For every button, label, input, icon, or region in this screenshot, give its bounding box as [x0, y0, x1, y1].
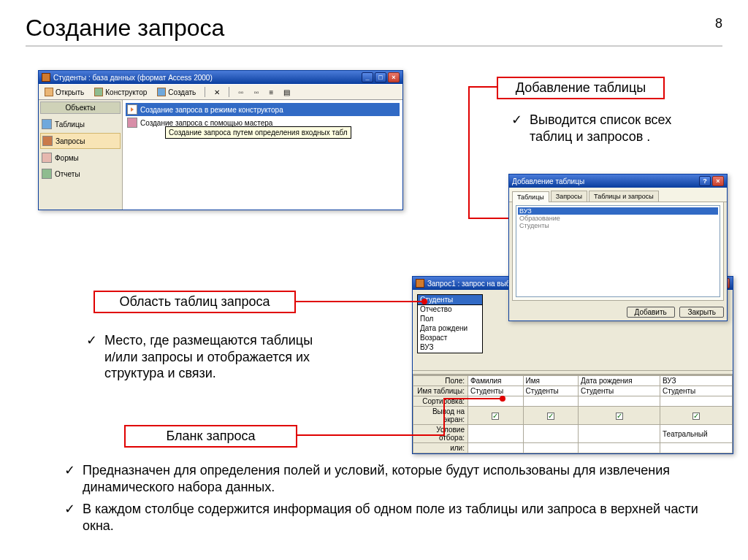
- view-icon-2[interactable]: ▫▫: [251, 86, 262, 98]
- grid-cell[interactable]: Фамилия: [468, 376, 524, 386]
- tables-area-description: Место, где размещаются таблицы и/или зап…: [86, 329, 327, 388]
- page-number: 8: [715, 16, 722, 31]
- callout-tables-area: Область таблиц запроса: [94, 291, 296, 313]
- tab-both[interactable]: Таблицы и запросы: [589, 191, 659, 202]
- row-header-or: или:: [413, 443, 468, 453]
- tab-tables[interactable]: Таблицы: [512, 191, 549, 202]
- add-table-description: Выводится список всех таблиц и запросов …: [511, 108, 716, 150]
- add-button[interactable]: Добавить: [627, 307, 675, 318]
- close-button-dialog[interactable]: Закрыть: [679, 307, 724, 318]
- show-checkbox[interactable]: [579, 407, 660, 425]
- grid-cell[interactable]: [523, 425, 579, 443]
- grid-cell[interactable]: Театральный: [660, 425, 733, 443]
- db-toolbar: Открыть Конструктор Создать ✕ ▫▫ ▫▫ ≡ ▤: [39, 84, 402, 100]
- table-box-header: Студенты: [418, 295, 482, 305]
- db-window-titlebar: Студенты : база данных (формат Access 20…: [39, 71, 402, 84]
- close-button[interactable]: ×: [388, 72, 400, 83]
- field-item[interactable]: Дата рождени: [418, 324, 482, 334]
- grid-cell[interactable]: [579, 425, 660, 443]
- field-item[interactable]: Пол: [418, 315, 482, 324]
- db-main-panel: Создание запроса в режиме конструктора С…: [123, 100, 402, 210]
- row-header-criteria: Условие отбора:: [413, 425, 468, 443]
- show-checkbox[interactable]: [660, 407, 733, 425]
- divider: [26, 45, 722, 47]
- grid-cell[interactable]: [468, 425, 524, 443]
- db-window: Студенты : база данных (формат Access 20…: [38, 70, 403, 210]
- query-icon: [416, 279, 424, 288]
- row-header-table: Имя таблицы:: [413, 386, 468, 396]
- add-table-dialog: Добавление таблицы ? × Таблицы Запросы Т…: [508, 174, 728, 321]
- grid-cell[interactable]: [579, 396, 660, 407]
- grid-cell[interactable]: Студенты: [468, 386, 524, 396]
- grid-cell[interactable]: ВУЗ: [660, 376, 733, 386]
- grid-cell[interactable]: [523, 396, 579, 407]
- table-box[interactable]: Студенты Отчество Пол Дата рождени Возра…: [417, 294, 483, 353]
- design-button[interactable]: Конструктор: [91, 86, 150, 98]
- list-item: Образование: [518, 215, 718, 222]
- row-header-field: Поле:: [413, 376, 468, 386]
- tooltip: Создание запроса путем определения входн…: [165, 126, 351, 139]
- maximize-button[interactable]: □: [375, 72, 386, 83]
- grid-cell[interactable]: [468, 443, 524, 453]
- table-listbox[interactable]: ВУЗ Образование Студенты: [516, 205, 720, 297]
- grid-cell[interactable]: Дата рождения: [579, 376, 660, 386]
- delete-icon[interactable]: ✕: [211, 86, 223, 98]
- callout-add-table: Добавление таблицы: [497, 77, 665, 99]
- grid-cell[interactable]: [523, 443, 579, 453]
- grid-cell[interactable]: Студенты: [660, 386, 733, 396]
- open-button[interactable]: Открыть: [42, 86, 87, 98]
- query-grid: Поле: Фамилия Имя Дата рождения ВУЗ Имя …: [413, 375, 733, 453]
- view-icon-1[interactable]: ▫▫: [235, 86, 246, 98]
- sidebar-item-tables[interactable]: Таблицы: [40, 117, 121, 131]
- dialog-close-button[interactable]: ×: [712, 176, 724, 186]
- objects-header: Объекты: [40, 101, 121, 114]
- create-button[interactable]: Создать: [154, 86, 199, 98]
- list-item: ВУЗ: [518, 207, 718, 215]
- grid-cell[interactable]: Студенты: [579, 386, 660, 396]
- field-item[interactable]: Отчество: [418, 305, 482, 315]
- sidebar-item-reports[interactable]: Отчеты: [40, 166, 121, 181]
- minimize-button[interactable]: _: [362, 72, 373, 83]
- grid-cell[interactable]: [660, 396, 733, 407]
- help-button[interactable]: ?: [699, 176, 711, 186]
- callout-query-grid: Бланк запроса: [124, 425, 297, 448]
- app-icon: [42, 73, 50, 82]
- db-window-title: Студенты : база данных (формат Access 20…: [53, 74, 213, 82]
- slide-title: Создание запроса: [26, 15, 722, 42]
- row-header-show: Вывод на экран:: [413, 407, 468, 425]
- grid-cell[interactable]: Студенты: [523, 386, 579, 396]
- add-table-titlebar: Добавление таблицы ? ×: [509, 174, 727, 188]
- sidebar-item-forms[interactable]: Формы: [40, 150, 121, 165]
- view-icon-4[interactable]: ▤: [280, 86, 293, 98]
- grid-cell[interactable]: Имя: [523, 376, 579, 386]
- query-grid-description: Предназначен для определения полей и усл…: [64, 459, 707, 540]
- field-item[interactable]: ВУЗ: [418, 343, 482, 353]
- list-item: Студенты: [518, 222, 718, 229]
- grid-cell[interactable]: [660, 443, 733, 453]
- tab-queries[interactable]: Запросы: [551, 191, 587, 202]
- sidebar-item-queries[interactable]: Запросы: [40, 133, 121, 149]
- show-checkbox[interactable]: [523, 407, 579, 425]
- show-checkbox[interactable]: [468, 407, 524, 425]
- grid-cell[interactable]: [579, 443, 660, 453]
- field-item[interactable]: Возраст: [418, 334, 482, 343]
- view-icon-3[interactable]: ≡: [267, 86, 277, 98]
- objects-panel: Объекты Таблицы Запросы Формы Отчеты: [39, 100, 123, 210]
- dialog-tabs: Таблицы Запросы Таблицы и запросы: [509, 188, 727, 202]
- create-designer-item[interactable]: Создание запроса в режиме конструктора: [126, 103, 400, 116]
